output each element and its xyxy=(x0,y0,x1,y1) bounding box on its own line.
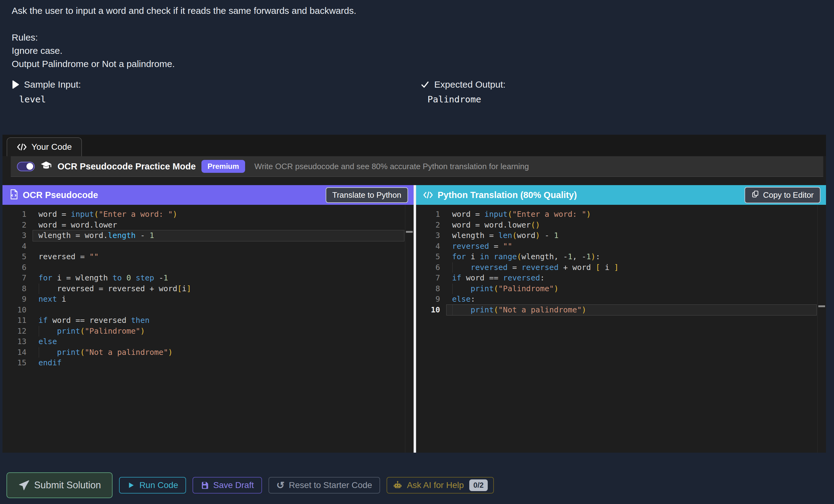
reset-starter-code-button[interactable]: ↺ Reset to Starter Code xyxy=(268,477,380,494)
code-line-left-10[interactable]: 10 xyxy=(2,305,414,315)
line-number: 8 xyxy=(2,284,26,294)
code-text: print("Not a palindrome") xyxy=(452,305,587,315)
sample-input-label: Sample Input: xyxy=(24,79,81,90)
code-line-right-9[interactable]: 9else: xyxy=(416,294,826,305)
run-code-button[interactable]: Run Code xyxy=(119,477,186,494)
code-text: wlength = word.length - 1 xyxy=(39,230,154,241)
tab-your-code[interactable]: Your Code xyxy=(7,137,82,156)
code-line-left-3[interactable]: 3wlength = word.length - 1 xyxy=(2,230,414,241)
line-number: 7 xyxy=(2,273,26,284)
line-number: 12 xyxy=(2,326,26,337)
line-number: 9 xyxy=(2,294,26,305)
code-icon xyxy=(423,190,433,200)
code-line-right-10[interactable]: 10 print("Not a palindrome") xyxy=(416,305,826,315)
line-number: 7 xyxy=(416,273,440,284)
code-line-right-4[interactable]: 4reversed = "" xyxy=(416,241,826,252)
line-number: 4 xyxy=(2,241,26,252)
code-text: else xyxy=(39,336,57,347)
line-number: 3 xyxy=(416,230,440,241)
submit-solution-button[interactable]: Submit Solution xyxy=(6,472,113,498)
premium-badge: Premium xyxy=(201,160,245,173)
copy-button-label: Copy to Editor xyxy=(763,190,814,200)
reset-undo-icon: ↺ xyxy=(277,480,285,490)
code-line-left-14[interactable]: 14 print("Not a palindrome") xyxy=(2,347,414,358)
line-number: 15 xyxy=(2,358,26,368)
code-text: print("Not a palindrome") xyxy=(39,347,173,358)
code-text: next i xyxy=(39,294,66,305)
code-text: wlength = len(word) - 1 xyxy=(452,230,558,241)
code-text: word = word.lower() xyxy=(452,220,540,231)
python-panel: Python Translation (80% Quality) Copy to… xyxy=(416,185,826,453)
code-line-left-2[interactable]: 2word = word.lower xyxy=(2,220,414,231)
code-line-left-6[interactable]: 6 xyxy=(2,262,414,273)
paper-plane-icon xyxy=(18,479,30,491)
submit-solution-label: Submit Solution xyxy=(34,480,101,491)
code-line-right-1[interactable]: 1word = input("Enter a word: ") xyxy=(416,209,826,220)
code-line-right-5[interactable]: 5for i in range(wlength, -1, -1): xyxy=(416,251,826,262)
code-line-left-15[interactable]: 15endif xyxy=(2,358,414,368)
python-editor[interactable]: 1word = input("Enter a word: ")2word = w… xyxy=(416,205,826,453)
line-number: 5 xyxy=(2,251,26,262)
code-line-left-7[interactable]: 7for i = wlength to 0 step -1 xyxy=(2,273,414,284)
line-number: 2 xyxy=(416,220,440,231)
save-draft-button[interactable]: Save Draft xyxy=(193,477,262,494)
action-toolbar: Submit Solution Run Code Save Draft ↺ Re… xyxy=(6,472,494,498)
code-line-left-9[interactable]: 9next i xyxy=(2,294,414,305)
line-number: 11 xyxy=(2,315,26,326)
code-text: word = input("Enter a word: ") xyxy=(452,209,591,220)
pseudocode-panel-title: OCR Pseudocode xyxy=(23,190,98,200)
code-line-left-8[interactable]: 8 reversed = reversed + word[i] xyxy=(2,284,414,294)
code-text: endif xyxy=(39,358,62,368)
code-line-right-6[interactable]: 6 reversed = reversed + word [ i ] xyxy=(416,262,826,273)
panel-divider[interactable] xyxy=(414,185,416,453)
code-line-left-1[interactable]: 1word = input("Enter a word: ") xyxy=(2,209,414,220)
pseudocode-panel-header: OCR Pseudocode Translate to Python xyxy=(2,185,414,205)
line-number: 9 xyxy=(416,294,440,305)
run-code-label: Run Code xyxy=(139,480,178,490)
reset-starter-code-label: Reset to Starter Code xyxy=(289,480,372,490)
save-draft-label: Save Draft xyxy=(213,480,254,490)
ai-uses-badge: 0/2 xyxy=(469,479,487,491)
practice-mode-bar: OCR Pseudocode Practice Mode Premium Wri… xyxy=(11,156,823,177)
code-line-left-4[interactable]: 4 xyxy=(2,241,414,252)
code-line-left-12[interactable]: 12 print("Palindrome") xyxy=(2,326,414,337)
problem-description: Ask the user to input a word and check i… xyxy=(12,5,356,16)
code-line-right-8[interactable]: 8 print("Palindrome") xyxy=(416,284,826,294)
scrollbar-cursor-marker xyxy=(406,231,413,233)
code-text: for i in range(wlength, -1, -1): xyxy=(452,251,600,262)
ask-ai-button[interactable]: Ask AI for Help 0/2 xyxy=(387,477,494,494)
code-line-left-11[interactable]: 11if word == reversed then xyxy=(2,315,414,326)
pseudocode-editor[interactable]: 1word = input("Enter a word: ")2word = w… xyxy=(2,205,414,453)
code-line-left-5[interactable]: 5reversed = "" xyxy=(2,251,414,262)
code-line-right-7[interactable]: 7if word == reversed: xyxy=(416,273,826,284)
scrollbar-cursor-marker xyxy=(818,305,825,307)
translate-to-python-button[interactable]: Translate to Python xyxy=(326,187,409,203)
editor-panels: OCR Pseudocode Translate to Python 1word… xyxy=(2,185,826,453)
code-text: else: xyxy=(452,294,475,305)
code-text: print("Palindrome") xyxy=(452,284,558,294)
sample-input-label-row: Sample Input: xyxy=(12,79,81,90)
line-number: 4 xyxy=(416,241,440,252)
code-text: if word == reversed: xyxy=(452,273,545,284)
play-triangle-icon xyxy=(12,80,19,89)
line-number: 13 xyxy=(2,336,26,347)
file-code-icon xyxy=(9,189,19,201)
run-play-icon xyxy=(127,481,135,489)
code-line-right-3[interactable]: 3wlength = len(word) - 1 xyxy=(416,230,826,241)
ask-ai-label: Ask AI for Help xyxy=(407,480,464,490)
code-line-right-2[interactable]: 2word = word.lower() xyxy=(416,220,826,231)
practice-mode-toggle[interactable] xyxy=(17,162,35,171)
code-line-left-13[interactable]: 13else xyxy=(2,336,414,347)
expected-output-label-row: Expected Output: xyxy=(421,79,506,90)
python-panel-header: Python Translation (80% Quality) Copy to… xyxy=(416,185,826,205)
practice-mode-description: Write OCR pseudocode and see 80% accurat… xyxy=(254,162,529,171)
app-root: Ask the user to input a word and check i… xyxy=(0,0,834,504)
toggle-knob xyxy=(26,163,33,170)
tab-strip xyxy=(2,135,826,156)
rule-ignore-case: Ignore case. xyxy=(12,45,62,56)
code-text: for i = wlength to 0 step -1 xyxy=(39,273,168,284)
tab-your-code-label: Your Code xyxy=(31,142,72,152)
line-number: 6 xyxy=(416,262,440,273)
code-icon xyxy=(17,143,27,152)
copy-to-editor-button[interactable]: Copy to Editor xyxy=(745,187,820,203)
